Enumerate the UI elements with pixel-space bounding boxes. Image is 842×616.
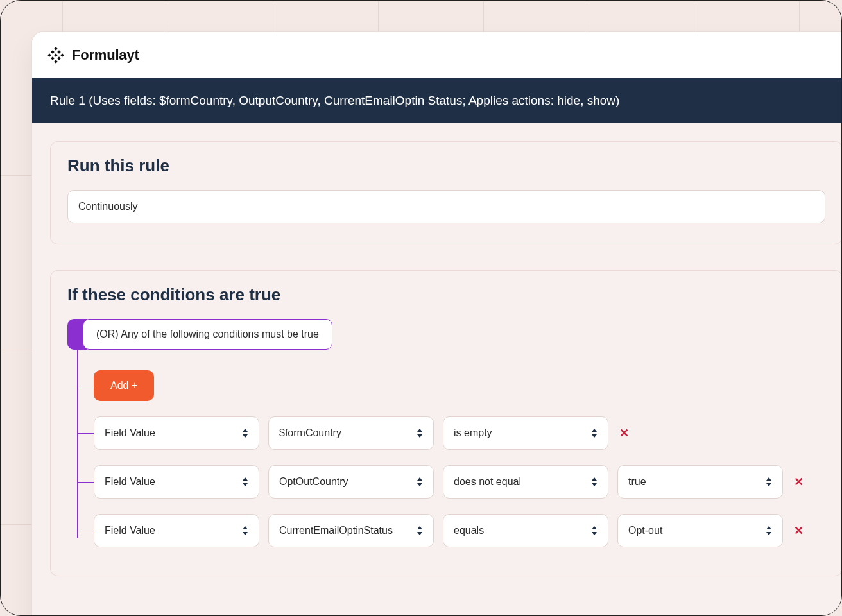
svg-rect-7	[57, 56, 61, 60]
rule-summary-text: Rule 1 (Uses fields: $formCountry, Outpu…	[50, 94, 619, 107]
conditions-card: If these conditions are true (OR) Any of…	[50, 270, 842, 576]
or-group-select[interactable]: (OR) Any of the following conditions mus…	[83, 319, 332, 350]
condition-type-select[interactable]: Field Value	[94, 514, 259, 547]
run-trigger-select[interactable]: Continuously	[67, 190, 825, 223]
condition-field-select[interactable]: CurrentEmailOptinStatus	[268, 514, 434, 547]
add-condition-row: Add +	[94, 363, 825, 409]
sort-icon	[417, 526, 423, 535]
condition-field-select[interactable]: $formCountry	[268, 416, 434, 450]
run-trigger-value: Continuously	[78, 201, 138, 212]
sort-icon	[591, 477, 597, 486]
condition-row: Field Value OptOutCountry	[94, 458, 825, 506]
delete-condition-icon[interactable]: ✕	[792, 475, 805, 489]
rule-summary-bar[interactable]: Rule 1 (Uses fields: $formCountry, Outpu…	[32, 78, 842, 123]
sort-icon	[591, 429, 597, 438]
condition-operator-select[interactable]: does not equal	[443, 465, 608, 499]
sort-icon	[242, 477, 248, 486]
condition-type-select[interactable]: Field Value	[94, 416, 259, 450]
conditions-title: If these conditions are true	[67, 285, 825, 305]
add-condition-button[interactable]: Add +	[94, 370, 154, 401]
sort-icon	[766, 526, 772, 535]
sort-icon	[417, 429, 423, 438]
delete-condition-icon[interactable]: ✕	[617, 426, 630, 440]
svg-rect-6	[51, 56, 55, 60]
or-group-label: (OR) Any of the following conditions mus…	[96, 329, 319, 339]
condition-row: Field Value CurrentEmailOptinStatus	[94, 506, 825, 555]
sort-icon	[766, 477, 772, 486]
app-window: Formulayt Rule 1 (Uses fields: $formCoun…	[31, 31, 842, 616]
condition-value-select[interactable]: Opt-out	[617, 514, 783, 547]
brand-name: Formulayt	[72, 47, 139, 64]
sort-icon	[242, 526, 248, 535]
svg-rect-8	[54, 60, 58, 64]
sort-icon	[417, 477, 423, 486]
condition-operator-select[interactable]: equals	[443, 514, 608, 547]
condition-type-select[interactable]: Field Value	[94, 465, 259, 499]
delete-condition-icon[interactable]: ✕	[792, 524, 805, 538]
svg-rect-3	[47, 53, 51, 57]
run-rule-title: Run this rule	[67, 156, 825, 176]
sort-icon	[242, 429, 248, 438]
svg-rect-4	[54, 53, 58, 57]
sort-icon	[591, 526, 597, 535]
svg-rect-1	[51, 50, 55, 54]
brand-logo-icon	[47, 47, 64, 64]
svg-rect-5	[60, 53, 64, 57]
svg-rect-2	[57, 50, 61, 54]
condition-value-select[interactable]: true	[617, 465, 783, 499]
condition-row: Field Value $formCountry	[94, 409, 825, 458]
condition-operator-select[interactable]: is empty	[443, 416, 608, 450]
run-rule-card: Run this rule Continuously	[50, 141, 842, 244]
condition-tree: Add + Field Value	[77, 350, 825, 555]
app-header: Formulayt	[32, 32, 842, 78]
svg-rect-0	[54, 47, 58, 51]
condition-field-select[interactable]: OptOutCountry	[268, 465, 434, 499]
